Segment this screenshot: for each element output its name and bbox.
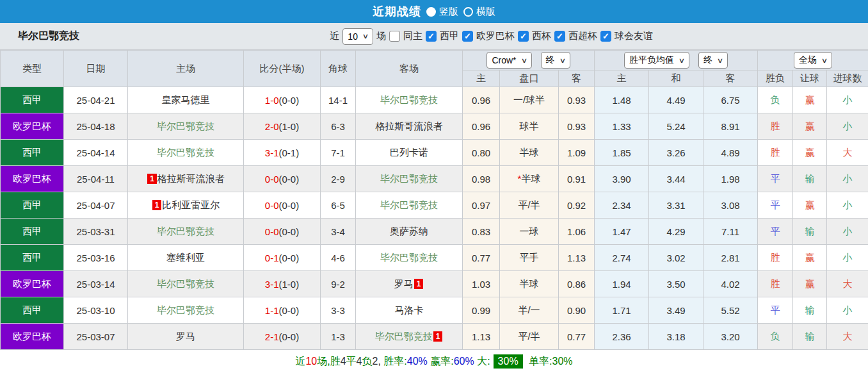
table-row[interactable]: 西甲 25-04-07 1比利亚雷亚尔 0-0(0-0) 6-5 毕尔巴鄂竞技 … <box>1 192 868 219</box>
home-team-name[interactable]: 皇家马德里 <box>162 94 210 105</box>
summary-segment: 4 <box>357 356 362 367</box>
score-cell: 3-1(1-0) <box>244 271 321 297</box>
bookmaker-select[interactable]: Crow* ∨ <box>486 52 531 69</box>
home-team-name[interactable]: 塞维利亚 <box>166 252 205 263</box>
checkbox-copa[interactable] <box>518 31 529 42</box>
summary-segment: 40% <box>407 356 428 367</box>
table-row[interactable]: 欧罗巴杯 25-03-07 罗马 2-1(0-0) 1-3 毕尔巴鄂竞技1 1.… <box>1 324 868 350</box>
date-cell: 25-03-14 <box>64 271 128 297</box>
layout-option-vertical[interactable]: 竖版 <box>426 6 458 18</box>
home-team-cell: 毕尔巴鄂竞技 <box>128 113 244 140</box>
goals-result-cell: 小 <box>827 219 868 245</box>
table-row[interactable]: 西甲 25-04-14 毕尔巴鄂竞技 3-1(0-1) 7-1 巴列卡诺 0.8… <box>1 140 868 166</box>
home-team-name[interactable]: 格拉斯哥流浪者 <box>157 173 225 184</box>
away-team-cell: 毕尔巴鄂竞技 <box>356 87 463 113</box>
away-team-name[interactable]: 格拉斯哥流浪者 <box>376 120 443 131</box>
odds-away-cell: 1.13 <box>559 245 595 271</box>
avg-lose-cell: 7.11 <box>703 219 758 245</box>
checkbox-friendly-label: 球会友谊 <box>615 30 653 42</box>
match-rows: 西甲 25-04-21 皇家马德里 1-0(0-0) 14-1 毕尔巴鄂竞技 0… <box>1 87 868 350</box>
odds-home-cell: 0.97 <box>463 192 500 219</box>
layout-option-horizontal[interactable]: 横版 <box>463 6 495 18</box>
checkbox-same-home[interactable] <box>389 31 400 42</box>
away-team-cell: 马洛卡 <box>356 297 463 324</box>
away-team-cell: 罗马1 <box>356 271 463 297</box>
summary-segment: 大: <box>474 355 490 369</box>
odds-away-cell: 0.93 <box>559 113 595 140</box>
away-team-name[interactable]: 马洛卡 <box>395 304 424 315</box>
summary-segment: 赢率: <box>428 355 454 369</box>
avg-final-select[interactable]: 终 ∨ <box>698 52 728 69</box>
home-team-name[interactable]: 毕尔巴鄂竞技 <box>157 278 214 289</box>
radio-selected-icon[interactable] <box>426 7 436 17</box>
table-row[interactable]: 欧罗巴杯 25-04-18 毕尔巴鄂竞技 2-0(1-0) 6-3 格拉斯哥流浪… <box>1 113 868 140</box>
home-team-name[interactable]: 毕尔巴鄂竞技 <box>157 226 214 236</box>
checkbox-europa[interactable] <box>462 31 473 42</box>
corner-cell: 6-3 <box>321 113 356 140</box>
filter-controls: 近 10 ∨ 场 同主 西甲 欧罗巴杯 西杯 西超杯 球会友谊 <box>330 28 653 45</box>
chevron-down-icon: ∨ <box>362 32 369 40</box>
result-cell: 平 <box>758 297 793 324</box>
table-row[interactable]: 西甲 25-03-10 毕尔巴鄂竞技 1-1(0-0) 3-3 马洛卡 0.99… <box>1 297 868 324</box>
subheader-odds-home: 主 <box>463 70 500 87</box>
result-cell: 负 <box>758 87 793 113</box>
table-row[interactable]: 欧罗巴杯 25-03-14 毕尔巴鄂竞技 3-1(1-0) 9-2 罗马1 1.… <box>1 271 868 297</box>
away-team-name[interactable]: 毕尔巴鄂竞技 <box>375 331 433 342</box>
away-team-name[interactable]: 奥萨苏纳 <box>390 226 428 236</box>
corner-cell: 6-5 <box>321 192 356 219</box>
table-row[interactable]: 西甲 25-04-21 皇家马德里 1-0(0-0) 14-1 毕尔巴鄂竞技 0… <box>1 87 868 113</box>
away-team-name[interactable]: 毕尔巴鄂竞技 <box>380 199 438 210</box>
table-row[interactable]: 西甲 25-03-16 塞维利亚 0-1(0-0) 4-6 毕尔巴鄂竞技 0.7… <box>1 245 868 271</box>
odds-group-header: Crow* ∨ 终 ∨ <box>463 51 595 70</box>
odds-home-cell: 0.96 <box>463 87 500 113</box>
radio-unselected-icon[interactable] <box>463 7 473 17</box>
col-header-home: 主场 <box>128 51 244 87</box>
chevron-down-icon: ∨ <box>679 56 685 65</box>
letball-result-cell: 赢 <box>793 87 827 113</box>
avg-win-cell: 1.71 <box>595 297 649 324</box>
table-row[interactable]: 西甲 25-03-31 毕尔巴鄂竞技 0-0(0-0) 3-4 奥萨苏纳 0.8… <box>1 219 868 245</box>
odds-home-cell: 0.98 <box>463 166 500 192</box>
home-team-name[interactable]: 毕尔巴鄂竞技 <box>157 304 214 315</box>
score-cell: 0-0(0-0) <box>244 192 321 219</box>
avg-lose-cell: 8.91 <box>703 113 758 140</box>
recent-count-select[interactable]: 10 ∨ <box>342 28 373 45</box>
checkbox-friendly[interactable] <box>600 31 611 42</box>
date-cell: 25-03-16 <box>64 245 128 271</box>
home-team-name[interactable]: 毕尔巴鄂竞技 <box>157 147 214 158</box>
letball-result-cell: 赢 <box>793 245 827 271</box>
avg-draw-cell: 5.24 <box>649 113 703 140</box>
summary-segment: 近 <box>295 355 305 369</box>
score-cell: 1-0(0-0) <box>244 87 321 113</box>
home-team-name[interactable]: 罗马 <box>176 331 195 342</box>
away-team-name[interactable]: 毕尔巴鄂竞技 <box>380 94 438 105</box>
avg-type-select[interactable]: 胜平负均值 ∨ <box>624 52 689 69</box>
subheader-odds-away: 客 <box>559 70 595 87</box>
red-card-badge: 1 <box>152 200 162 210</box>
away-team-name[interactable]: 罗马 <box>394 278 414 289</box>
home-team-name[interactable]: 比利亚雷亚尔 <box>162 199 220 210</box>
checkbox-supercup[interactable] <box>554 31 565 42</box>
avg-lose-cell: 4.02 <box>703 271 758 297</box>
league-cell: 西甲 <box>1 245 64 271</box>
odds-final-select[interactable]: 终 ∨ <box>541 52 570 69</box>
score-cell: 0-0(0-0) <box>244 219 321 245</box>
result-cell: 平 <box>758 192 793 219</box>
fulltime-select[interactable]: 全场 ∨ <box>794 52 832 69</box>
goals-result-cell: 大 <box>827 140 868 166</box>
table-row[interactable]: 欧罗巴杯 25-04-11 1格拉斯哥流浪者 0-0(0-0) 2-9 毕尔巴鄂… <box>1 166 868 192</box>
odds-away-cell: 0.92 <box>559 192 595 219</box>
avg-win-cell: 2.74 <box>595 245 649 271</box>
goals-result-cell: 小 <box>827 192 868 219</box>
checkbox-laliga[interactable] <box>426 31 437 42</box>
away-team-name[interactable]: 巴列卡诺 <box>390 147 428 158</box>
summary-segment: 30% <box>494 354 523 369</box>
away-team-name[interactable]: 毕尔巴鄂竞技 <box>380 252 438 263</box>
home-team-name[interactable]: 毕尔巴鄂竞技 <box>157 120 214 131</box>
goals-result-cell: 小 <box>827 245 868 271</box>
avg-win-cell: 1.85 <box>595 140 649 166</box>
date-cell: 25-04-18 <box>64 113 128 140</box>
red-card-badge: 1 <box>147 174 157 184</box>
away-team-name[interactable]: 毕尔巴鄂竞技 <box>380 173 438 184</box>
checkbox-same-home-label: 同主 <box>403 30 422 42</box>
